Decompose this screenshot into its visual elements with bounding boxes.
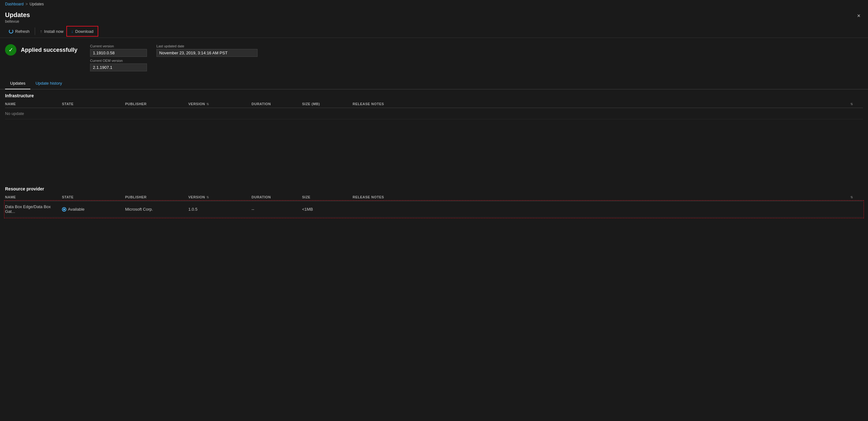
infra-col-release-label: RELEASE NOTES bbox=[353, 102, 384, 106]
rp-row-name: Data Box Edge/Data Box Gat... bbox=[5, 204, 62, 214]
rp-row-state: Available bbox=[62, 206, 125, 212]
table-row: No update bbox=[5, 108, 863, 119]
current-version-value: 1.1910.0.58 bbox=[90, 49, 147, 57]
last-updated-value: November 23, 2019, 3:14:16 AM PST bbox=[156, 49, 257, 57]
rp-row-size: <1MB bbox=[302, 207, 353, 212]
resource-provider-table: NAME STATE PUBLISHER VERSION ⇅ DURATION … bbox=[0, 193, 868, 217]
tabs-container: Updates Update history bbox=[0, 78, 868, 89]
last-updated-label: Last updated date bbox=[156, 44, 257, 48]
infra-col-name: NAME bbox=[5, 102, 62, 106]
success-icon: ✓ bbox=[5, 44, 17, 56]
infra-col-state: STATE bbox=[62, 102, 125, 106]
toolbar: Refresh ↑ Install now ↓ Download bbox=[0, 25, 868, 38]
tab-update-history[interactable]: Update history bbox=[30, 78, 67, 89]
extra-sort-icon: ⇅ bbox=[850, 102, 853, 106]
resource-provider-section: Resource provider NAME STATE PUBLISHER V… bbox=[0, 183, 868, 217]
panel-title-section: Updates bellevue bbox=[5, 11, 30, 24]
infra-col-state-label: STATE bbox=[62, 102, 73, 106]
download-button[interactable]: ↓ Download bbox=[67, 27, 97, 36]
install-label: Install now bbox=[44, 29, 63, 34]
rp-col-state-label: STATE bbox=[62, 195, 73, 199]
rp-col-name: NAME bbox=[5, 195, 62, 199]
infra-col-size: SIZE (MB) bbox=[302, 102, 353, 106]
infrastructure-title: Infrastructure bbox=[5, 93, 34, 98]
rp-col-size-label: SIZE bbox=[302, 195, 310, 199]
rp-version-sort-icon: ⇅ bbox=[206, 195, 209, 199]
tab-updates[interactable]: Updates bbox=[5, 78, 30, 89]
infra-col-publisher-label: PUBLISHER bbox=[125, 102, 147, 106]
spacer bbox=[0, 119, 868, 183]
table-row[interactable]: Data Box Edge/Data Box Gat... Available … bbox=[5, 201, 863, 217]
install-button[interactable]: ↑ Install now bbox=[36, 27, 67, 36]
breadcrumb-separator: > bbox=[26, 2, 28, 6]
rp-row-duration: -- bbox=[251, 207, 302, 212]
infrastructure-table-header: NAME STATE PUBLISHER VERSION ⇅ DURATION … bbox=[5, 100, 863, 108]
status-left: ✓ Applied successfully bbox=[5, 44, 78, 56]
resource-provider-table-header: NAME STATE PUBLISHER VERSION ⇅ DURATION … bbox=[5, 193, 863, 201]
tab-update-history-label: Update history bbox=[35, 81, 62, 86]
download-icon: ↓ bbox=[71, 29, 73, 34]
rp-col-name-label: NAME bbox=[5, 195, 16, 199]
rp-row-state-text: Available bbox=[68, 207, 85, 212]
rp-col-state: STATE bbox=[62, 195, 125, 199]
infra-col-sort-extra: ⇅ bbox=[850, 102, 863, 106]
infra-col-version-label: VERSION bbox=[188, 102, 205, 106]
infra-row-name: No update bbox=[5, 111, 62, 116]
infra-col-release: RELEASE NOTES bbox=[353, 102, 850, 106]
last-updated-group: Last updated date November 23, 2019, 3:1… bbox=[156, 44, 257, 57]
status-section: ✓ Applied successfully Current version 1… bbox=[0, 38, 868, 78]
rp-col-publisher-label: PUBLISHER bbox=[125, 195, 147, 199]
infra-col-publisher: PUBLISHER bbox=[125, 102, 188, 106]
status-fields-left: Current version 1.1910.0.58 Current OEM … bbox=[90, 44, 147, 71]
panel-header: Updates bellevue × bbox=[0, 8, 868, 25]
infra-col-duration-label: DURATION bbox=[251, 102, 271, 106]
infra-col-name-label: NAME bbox=[5, 102, 16, 106]
version-sort-icon: ⇅ bbox=[206, 102, 209, 106]
rp-col-version: VERSION ⇅ bbox=[188, 195, 251, 199]
available-dot bbox=[62, 207, 66, 212]
rp-col-duration: DURATION bbox=[251, 195, 302, 199]
infra-col-version: VERSION ⇅ bbox=[188, 102, 251, 106]
toolbar-separator bbox=[35, 28, 35, 35]
infra-col-size-label: SIZE (MB) bbox=[302, 102, 320, 106]
resource-provider-title: Resource provider bbox=[5, 186, 44, 191]
infrastructure-table: NAME STATE PUBLISHER VERSION ⇅ DURATION … bbox=[0, 100, 868, 119]
current-version-group: Current version 1.1910.0.58 bbox=[90, 44, 147, 57]
refresh-label: Refresh bbox=[15, 29, 30, 34]
panel-title: Updates bbox=[5, 11, 30, 19]
close-button[interactable]: × bbox=[855, 11, 863, 21]
rp-col-publisher: PUBLISHER bbox=[125, 195, 188, 199]
tab-updates-label: Updates bbox=[10, 81, 25, 86]
breadcrumb: Dashboard > Updates bbox=[0, 0, 868, 8]
rp-row-publisher: Microsoft Corp. bbox=[125, 207, 188, 212]
rp-col-duration-label: DURATION bbox=[251, 195, 271, 199]
download-label: Download bbox=[75, 29, 94, 34]
refresh-button[interactable]: Refresh bbox=[5, 27, 33, 36]
status-fields-right: Last updated date November 23, 2019, 3:1… bbox=[156, 44, 257, 71]
breadcrumb-dashboard-link[interactable]: Dashboard bbox=[5, 2, 24, 6]
refresh-icon bbox=[9, 29, 13, 33]
available-badge: Available bbox=[62, 207, 85, 212]
current-version-label: Current version bbox=[90, 44, 147, 48]
available-dot-inner bbox=[63, 208, 65, 210]
status-fields-container: Current version 1.1910.0.58 Current OEM … bbox=[90, 44, 257, 71]
current-oem-group: Current OEM version 2.1.1907.1 bbox=[90, 59, 147, 71]
infra-col-duration: DURATION bbox=[251, 102, 302, 106]
rp-col-release: RELEASE NOTES bbox=[353, 195, 850, 199]
current-oem-label: Current OEM version bbox=[90, 59, 147, 63]
rp-extra-sort-icon: ⇅ bbox=[850, 195, 853, 199]
install-icon: ↑ bbox=[40, 29, 42, 34]
infrastructure-section-header: Infrastructure bbox=[0, 89, 868, 100]
rp-col-version-label: VERSION bbox=[188, 195, 205, 199]
rp-col-release-label: RELEASE NOTES bbox=[353, 195, 384, 199]
rp-row-version: 1.0.5 bbox=[188, 207, 251, 212]
status-text: Applied successfully bbox=[21, 47, 78, 53]
breadcrumb-current: Updates bbox=[30, 2, 44, 6]
rp-col-sort-extra: ⇅ bbox=[850, 195, 863, 199]
current-oem-value: 2.1.1907.1 bbox=[90, 63, 147, 71]
rp-col-size: SIZE bbox=[302, 195, 353, 199]
panel-subtitle: bellevue bbox=[5, 19, 30, 24]
resource-provider-header: Resource provider bbox=[0, 183, 868, 193]
